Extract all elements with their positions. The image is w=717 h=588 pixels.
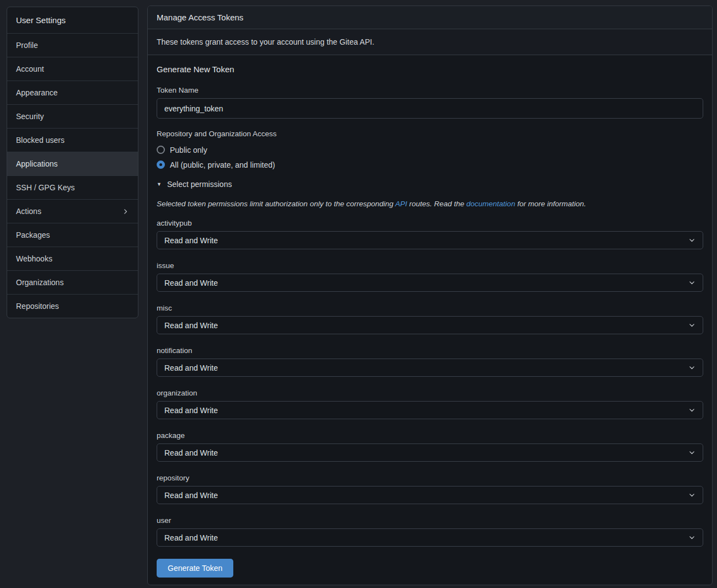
permission-name-label: package <box>157 431 703 440</box>
permission-select-value: Read and Write <box>164 279 218 287</box>
sidebar-item-label: Applications <box>16 159 58 168</box>
sidebar-item-label: Blocked users <box>16 136 65 145</box>
settings-sidebar-menu: User Settings Profile Account Appearance… <box>7 7 138 318</box>
sidebar-item-label: Account <box>16 65 44 73</box>
permission-group: misc Read and Write <box>157 304 703 334</box>
permission-group: user Read and Write <box>157 516 703 547</box>
token-name-input[interactable] <box>157 98 703 119</box>
access-radio-option[interactable]: Public only <box>157 143 703 156</box>
panel-title: Manage Access Tokens <box>148 6 712 29</box>
note-text: Selected token permissions limit authori… <box>157 200 395 208</box>
access-options: Public only All (public, private, and li… <box>157 143 703 171</box>
permission-name-label: activitypub <box>157 219 703 227</box>
radio-option-label: Public only <box>170 146 207 154</box>
chevron-down-icon <box>688 279 695 286</box>
section-title: Generate New Token <box>157 65 703 74</box>
permission-select-value: Read and Write <box>164 364 218 372</box>
access-label: Repository and Organization Access <box>157 130 703 138</box>
permission-group: organization Read and Write <box>157 389 703 419</box>
radio-option-label: All (public, private, and limited) <box>170 161 275 169</box>
sidebar-item-label: Organizations <box>16 278 63 287</box>
manage-tokens-panel: Manage Access Tokens These tokens grant … <box>147 6 713 585</box>
chevron-down-icon <box>688 534 695 541</box>
sidebar-item-account[interactable]: Account <box>7 57 138 81</box>
chevron-down-icon <box>688 237 695 244</box>
permission-group: notification Read and Write <box>157 346 703 377</box>
permission-select-issue[interactable]: Read and Write <box>157 274 703 292</box>
sidebar-item-label: SSH / GPG Keys <box>16 183 75 192</box>
sidebar-item-packages[interactable]: Packages <box>7 223 138 247</box>
permission-group: package Read and Write <box>157 431 703 462</box>
sidebar-item-ssh-gpg-keys[interactable]: SSH / GPG Keys <box>7 175 138 199</box>
sidebar-item-label: Packages <box>16 231 50 239</box>
permission-select-organization[interactable]: Read and Write <box>157 401 703 419</box>
panel-description: These tokens grant access to your accoun… <box>148 29 712 55</box>
token-name-label: Token Name <box>157 86 703 94</box>
chevron-down-icon <box>688 491 695 499</box>
sidebar-items: Profile Account Appearance Security Bloc… <box>7 33 138 318</box>
select-permissions-label: Select permissions <box>167 180 232 189</box>
permissions-list: activitypub Read and Write issue Read an… <box>157 219 703 547</box>
note-text: for more information. <box>515 200 586 208</box>
generate-token-button[interactable]: Generate Token <box>157 559 233 578</box>
sidebar-item-security[interactable]: Security <box>7 104 138 128</box>
radio-icon <box>157 161 165 169</box>
user-settings-page: User Settings Profile Account Appearance… <box>0 0 717 588</box>
permission-select-package[interactable]: Read and Write <box>157 443 703 462</box>
permission-select-repository[interactable]: Read and Write <box>157 486 703 504</box>
sidebar-item-label: Webhooks <box>16 254 52 263</box>
caret-down-icon: ▼ <box>157 181 162 187</box>
api-link[interactable]: API <box>395 200 407 208</box>
chevron-right-icon <box>122 208 129 215</box>
select-permissions-toggle[interactable]: ▼ Select permissions <box>157 180 703 189</box>
sidebar-title: User Settings <box>7 7 138 33</box>
chevron-down-icon <box>688 322 695 329</box>
sidebar-item-organizations[interactable]: Organizations <box>7 270 138 294</box>
access-radio-option[interactable]: All (public, private, and limited) <box>157 158 703 171</box>
generate-token-form: Generate New Token Token Name Repository… <box>148 55 712 585</box>
permission-name-label: repository <box>157 474 703 482</box>
permission-select-value: Read and Write <box>164 491 218 500</box>
chevron-down-icon <box>688 449 695 456</box>
sidebar-item-label: Repositories <box>16 302 59 311</box>
sidebar-item-label: Profile <box>16 41 38 50</box>
permission-select-value: Read and Write <box>164 448 218 457</box>
chevron-down-icon <box>688 364 695 371</box>
permission-name-label: notification <box>157 346 703 355</box>
permission-name-label: user <box>157 516 703 525</box>
permission-select-activitypub[interactable]: Read and Write <box>157 231 703 249</box>
sidebar-item-blocked-users[interactable]: Blocked users <box>7 128 138 152</box>
sidebar-item-profile[interactable]: Profile <box>7 33 138 57</box>
sidebar-item-label: Security <box>16 112 44 121</box>
permission-select-user[interactable]: Read and Write <box>157 528 703 547</box>
permission-select-value: Read and Write <box>164 321 218 330</box>
permissions-note: Selected token permissions limit authori… <box>157 200 703 208</box>
permission-group: issue Read and Write <box>157 261 703 292</box>
sidebar-item-label: Actions <box>16 207 41 216</box>
permission-select-notification[interactable]: Read and Write <box>157 359 703 377</box>
note-text: routes. Read the <box>407 200 466 208</box>
permission-group: repository Read and Write <box>157 474 703 504</box>
sidebar-item-applications[interactable]: Applications <box>7 152 138 175</box>
permission-select-value: Read and Write <box>164 406 218 415</box>
radio-icon <box>157 146 165 154</box>
permission-name-label: misc <box>157 304 703 312</box>
documentation-link[interactable]: documentation <box>467 200 516 208</box>
permission-name-label: organization <box>157 389 703 397</box>
permission-select-value: Read and Write <box>164 533 218 542</box>
permission-select-value: Read and Write <box>164 236 218 245</box>
sidebar-item-label: Appearance <box>16 88 58 97</box>
sidebar-item-appearance[interactable]: Appearance <box>7 81 138 104</box>
sidebar-item-webhooks[interactable]: Webhooks <box>7 247 138 270</box>
sidebar-item-repositories[interactable]: Repositories <box>7 294 138 318</box>
sidebar-item-actions[interactable]: Actions <box>7 199 138 223</box>
permission-name-label: issue <box>157 261 703 270</box>
chevron-down-icon <box>688 407 695 414</box>
permission-group: activitypub Read and Write <box>157 219 703 249</box>
permission-select-misc[interactable]: Read and Write <box>157 316 703 334</box>
